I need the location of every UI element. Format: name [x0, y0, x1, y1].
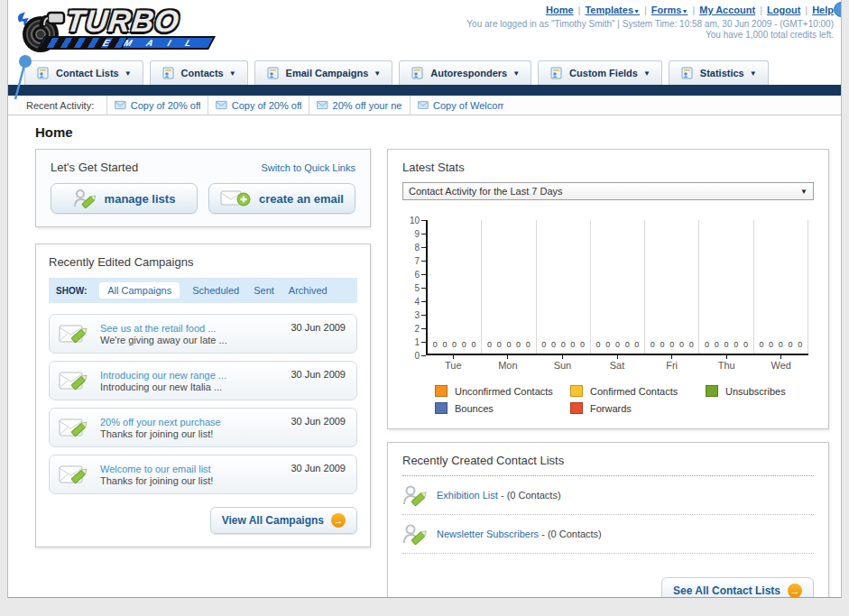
manage-lists-button[interactable]: manage lists — [51, 183, 198, 214]
top-nav-link[interactable]: Logout — [767, 5, 800, 15]
nav-separator: | — [755, 5, 767, 15]
y-axis-tick: 1 — [414, 336, 426, 347]
data-point-label: 0 — [570, 340, 575, 349]
data-point-label: 0 — [433, 340, 438, 349]
chart-y-axis: 109876543210 — [402, 220, 426, 355]
contact-list-link[interactable]: Exhibition List — [437, 490, 498, 501]
contact-list-items: Exhibition List - (0 Contacts)Newsletter… — [402, 476, 814, 554]
envelope-plus-icon — [220, 188, 251, 208]
navy-divider-bar — [8, 85, 841, 96]
campaign-card[interactable]: 20% off your next purchaseThanks for joi… — [49, 408, 357, 447]
chart-legend: Unconfirmed ContactsConfirmed ContactsUn… — [435, 385, 814, 414]
campaign-filter-link[interactable]: Scheduled — [192, 285, 239, 296]
legend-item: Bounces — [435, 402, 570, 414]
nav-tab[interactable]: Custom Fields▼ — [538, 60, 662, 85]
nav-tab-icon — [266, 66, 281, 80]
campaign-title-link[interactable]: Welcome to our email list — [100, 464, 213, 474]
data-point-label: 0 — [580, 340, 585, 349]
chart-day-group: 00000 — [699, 220, 753, 354]
y-axis-tick: 5 — [414, 282, 426, 293]
contact-list-item[interactable]: Exhibition List - (0 Contacts) — [402, 476, 814, 515]
envelope-pencil-icon — [59, 368, 91, 393]
recent-activity-item[interactable]: Copy of Welcome to — [410, 96, 511, 115]
data-point-label: 0 — [452, 340, 457, 349]
nav-separator: | — [800, 5, 812, 15]
nav-tab[interactable]: Contact Lists▼ — [24, 60, 143, 85]
data-point-label: 0 — [472, 340, 476, 349]
data-point-label: 0 — [596, 340, 601, 349]
campaign-title-link[interactable]: Introducing our new range ... — [100, 370, 226, 381]
nav-tab[interactable]: Contacts▼ — [150, 60, 248, 85]
dropdown-caret-icon: ▼ — [633, 8, 640, 14]
top-nav-links: Home|Templates▼|Forms▼|My Account|Logout… — [546, 5, 834, 15]
logo-wordmark: TURBO — [64, 4, 181, 39]
y-axis-tick: 10 — [410, 215, 426, 225]
right-column: Latest Stats Contact Activity for the La… — [387, 149, 829, 598]
manage-lists-label: manage lists — [105, 192, 176, 206]
data-point-label: 0 — [497, 340, 502, 349]
top-nav-link[interactable]: Templates▼ — [585, 5, 640, 15]
recent-activity-text: Copy of 20% off yo — [131, 100, 200, 111]
nav-separator: | — [688, 5, 699, 15]
nav-tab[interactable]: Autoresponders▼ — [399, 60, 531, 85]
latest-stats-title: Latest Stats — [402, 161, 814, 174]
campaign-filter-link[interactable]: Archived — [289, 285, 328, 296]
see-all-contact-lists-button[interactable]: See All Contact Lists → — [661, 577, 814, 598]
top-nav: Home|Templates▼|Forms▼|My Account|Logout… — [466, 5, 834, 15]
campaign-filters: ScheduledSentArchived — [192, 285, 327, 296]
nav-tab-caret-icon: ▼ — [125, 69, 132, 78]
nav-tab-caret-icon: ▼ — [229, 69, 236, 78]
envelope-pencil-icon — [59, 415, 91, 440]
data-point-label: 0 — [769, 340, 773, 349]
campaign-card[interactable]: Welcome to our email listThanks for join… — [49, 455, 357, 494]
recent-activity-item[interactable]: Copy of 20% off yo — [106, 96, 208, 115]
contact-list-item[interactable]: Newsletter Subscribers - (0 Contacts) — [402, 515, 814, 554]
recent-activity-item[interactable]: Copy of 20% off yo — [208, 96, 309, 115]
recent-activity-items: Copy of 20% off yoCopy of 20% off yo20% … — [106, 96, 511, 115]
recent-activity-item[interactable]: 20% off your next p — [309, 96, 410, 115]
create-email-button[interactable]: create an email — [208, 183, 355, 214]
top-nav-link[interactable]: Forms▼ — [651, 5, 688, 15]
campaign-card[interactable]: See us at the retail food ...We're givin… — [49, 314, 357, 354]
campaign-list: See us at the retail food ...We're givin… — [49, 314, 357, 494]
campaign-title-link[interactable]: See us at the retail food ... — [100, 323, 227, 334]
nav-tab[interactable]: Email Campaigns▼ — [254, 60, 393, 85]
data-point-label: 0 — [743, 340, 748, 349]
main-content: Home Let's Get Started Switch to Quick L… — [8, 115, 841, 598]
data-point-label: 0 — [487, 340, 492, 349]
campaign-filter-link[interactable]: Sent — [254, 285, 274, 296]
chart-day-group: 00000 — [537, 220, 591, 354]
switch-quick-links-link[interactable]: Switch to Quick Links — [261, 162, 355, 173]
top-nav-link[interactable]: Home — [546, 5, 574, 15]
recent-activity-text: Copy of 20% off yo — [232, 100, 301, 111]
help-bubble-icon[interactable] — [834, 2, 842, 17]
y-axis-tick: 9 — [414, 228, 426, 239]
chart-plot-area: 00000000000000000000000000000000000 — [426, 220, 808, 355]
login-info: You are logged in as "Timothy Smith" | S… — [466, 19, 834, 29]
top-nav-link[interactable]: Help — [812, 5, 834, 15]
nav-tab[interactable]: Statistics▼ — [669, 60, 769, 85]
dropdown-caret-icon: ▼ — [800, 188, 807, 196]
view-all-campaigns-button[interactable]: View All Campaigns → — [210, 507, 357, 534]
x-axis-label: Tue — [426, 355, 481, 371]
top-nav-link[interactable]: My Account — [699, 5, 755, 15]
create-email-label: create an email — [259, 192, 344, 206]
envelope-icon — [115, 100, 126, 110]
stats-range-dropdown[interactable]: Contact Activity for the Last 7 Days ▼ — [402, 182, 814, 200]
campaign-card[interactable]: Introducing our new range ...Introducing… — [49, 361, 357, 400]
campaign-date: 30 Jun 2009 — [291, 416, 346, 427]
stats-range-value: Contact Activity for the Last 7 Days — [409, 186, 563, 197]
data-point-label: 0 — [551, 340, 556, 349]
contact-activity-chart: 109876543210 000000000000000000000000000… — [402, 220, 814, 414]
data-point-label: 0 — [625, 340, 630, 349]
nav-tab-label: Contacts — [181, 68, 224, 78]
chart-day-group: 00000 — [754, 220, 808, 354]
recent-activity-text: Copy of Welcome to — [433, 100, 503, 111]
nav-tab-icon — [549, 66, 564, 80]
data-point-label: 0 — [561, 340, 566, 349]
data-point-label: 0 — [669, 340, 674, 349]
filter-all-campaigns[interactable]: All Campaigns — [99, 282, 180, 299]
contact-list-link[interactable]: Newsletter Subscribers — [437, 529, 539, 539]
campaign-title-link[interactable]: 20% off your next purchase — [100, 417, 221, 428]
data-point-label: 0 — [442, 340, 447, 349]
